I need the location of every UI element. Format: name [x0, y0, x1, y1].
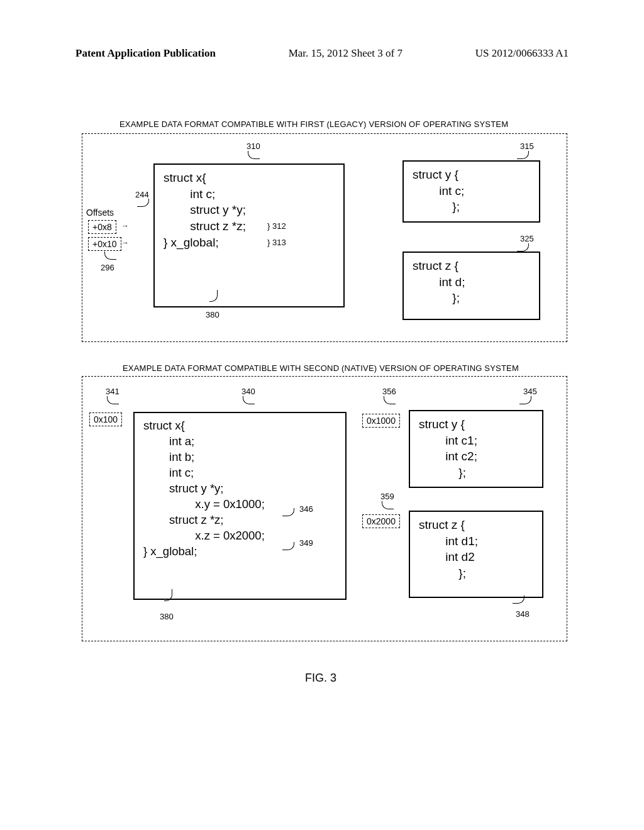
offsets-label: Offsets [86, 208, 114, 218]
page-header: Patent Application Publication Mar. 15, … [75, 47, 569, 60]
native-struct-y-box: struct y { int c1; int c2; }; [409, 410, 543, 488]
ref-341: 341 [106, 387, 119, 396]
ref-348: 348 [516, 609, 530, 619]
ref-380-a: 380 [206, 310, 219, 319]
ref-296: 296 [101, 263, 114, 272]
ref-380-b: 380 [160, 612, 174, 621]
ref-312: } 312 [267, 221, 286, 231]
native-struct-z-box: struct z { int d1; int d2 }; [409, 511, 543, 598]
ref-340: 340 [242, 387, 255, 396]
offset-0x8: +0x8 [88, 220, 116, 234]
ref-359: 359 [380, 492, 394, 501]
offset-0x10: +0x10 [88, 237, 121, 251]
figure-caption: FIG. 3 [305, 672, 336, 685]
section1-title: EXAMPLE DATA FORMAT COMPATIBLE WITH FIRS… [119, 119, 508, 129]
ref-313: } 313 [267, 238, 286, 247]
addr-0x100: 0x100 [89, 412, 122, 426]
ref-345: 345 [523, 387, 537, 396]
section2-title: EXAMPLE DATA FORMAT COMPATIBLE WITH SECO… [123, 363, 519, 373]
native-struct-x-box: struct x{ int a; int b; int c; struct y … [133, 412, 347, 600]
legacy-struct-z-code: struct z { int d; }; [404, 253, 539, 311]
arrow-right-icon: → [121, 238, 129, 248]
addr-0x2000: 0x2000 [362, 514, 400, 528]
legacy-struct-x-code: struct x{ int c; struct y *y; struct z *… [155, 165, 343, 255]
header-left: Patent Application Publication [75, 47, 216, 60]
header-right: US 2012/0066333 A1 [475, 47, 569, 60]
arrow-right-icon: → [121, 221, 129, 231]
header-mid: Mar. 15, 2012 Sheet 3 of 7 [289, 47, 402, 60]
ref-313-num: 313 [272, 238, 286, 247]
ref-310: 310 [247, 141, 260, 151]
native-struct-x-code: struct x{ int a; int b; int c; struct y … [135, 413, 345, 565]
legacy-struct-z-box: struct z { int d; }; [402, 252, 540, 320]
ref-312-num: 312 [272, 221, 286, 231]
ref-349: 349 [299, 538, 313, 548]
legacy-struct-y-code: struct y { int c; }; [404, 162, 539, 220]
ref-356: 356 [382, 387, 396, 396]
ref-244: 244 [135, 190, 149, 199]
ref-346: 346 [299, 504, 313, 514]
legacy-struct-x-box: struct x{ int c; struct y *y; struct z *… [153, 163, 345, 307]
native-struct-y-code: struct y { int c1; int c2; }; [410, 411, 542, 486]
ref-325: 325 [520, 234, 534, 243]
legacy-struct-y-box: struct y { int c; }; [402, 160, 540, 223]
native-struct-z-code: struct z { int d1; int d2 }; [410, 512, 542, 587]
ref-315: 315 [520, 141, 534, 151]
addr-0x1000: 0x1000 [362, 414, 400, 428]
